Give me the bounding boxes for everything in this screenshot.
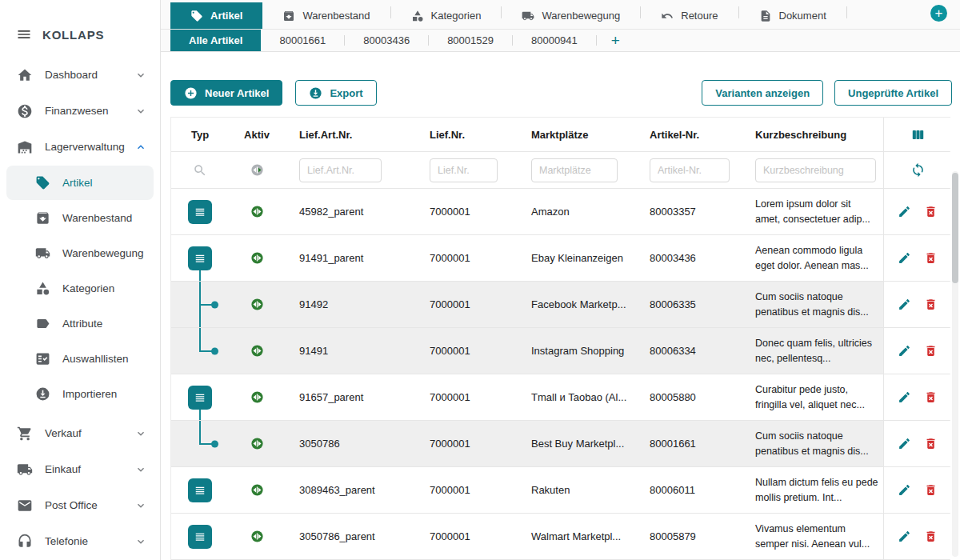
sidebar-item-einkauf[interactable]: Einkauf <box>0 451 160 487</box>
marktplatz-value: Rakuten <box>517 467 635 513</box>
edit-icon[interactable] <box>898 205 911 218</box>
sidebar-item-importieren[interactable]: Importieren <box>6 377 154 411</box>
filter-kurzbeschreibung-input[interactable] <box>755 158 876 182</box>
edit-icon[interactable] <box>898 437 911 450</box>
table-row-child[interactable]: 91491 7000001 Instagram Shopping 8000633… <box>171 328 950 374</box>
subtab-80003436[interactable]: 80003436 <box>345 30 428 51</box>
edit-icon[interactable] <box>898 298 911 311</box>
column-header-kurzbeschreibung[interactable]: Kurzbeschreibung <box>741 118 883 151</box>
edit-icon[interactable] <box>898 344 911 358</box>
sidebar-item-finanzwesen[interactable]: Finanzwesen <box>0 93 160 129</box>
cart-icon <box>17 426 33 442</box>
sidebar-item-auswahllisten[interactable]: Auswahllisten <box>6 342 154 376</box>
lief-art-nr-value: 45982_parent <box>285 189 415 234</box>
lief-art-nr-value: 3050786_parent <box>285 514 415 559</box>
sidebar-item-lagerverwaltung[interactable]: Lagerverwaltung <box>0 129 160 165</box>
truck-icon <box>35 246 50 261</box>
column-header-lief-art-nr[interactable]: Lief.Art.Nr. <box>285 118 415 151</box>
filter-lief-art-nr-input[interactable] <box>299 158 382 182</box>
sidebar-item-artikel[interactable]: Artikel <box>6 166 154 200</box>
marktplatz-value: Walmart Marketpl... <box>517 514 635 559</box>
column-settings-icon[interactable] <box>883 118 951 151</box>
checklist-icon <box>35 351 50 366</box>
delete-icon[interactable] <box>924 298 938 311</box>
edit-icon[interactable] <box>898 530 911 543</box>
column-header-typ[interactable]: Typ <box>171 118 229 151</box>
table-row-child[interactable]: 91492 7000001 Facebook Marketp... 800063… <box>171 282 950 328</box>
delete-icon[interactable] <box>924 390 938 404</box>
hamburger-menu-icon[interactable] <box>16 26 32 42</box>
app-title: KOLLAPS <box>42 28 104 42</box>
unchecked-articles-button[interactable]: Ungeprüfte Artikel <box>834 80 952 106</box>
tab-kategorien[interactable]: Kategorien <box>391 2 502 29</box>
delete-icon[interactable] <box>924 437 938 450</box>
delete-icon[interactable] <box>924 205 938 218</box>
show-variants-button[interactable]: Varianten anzeigen <box>702 80 823 106</box>
mail-icon <box>17 498 33 514</box>
tab-warenbewegung[interactable]: Warenbewegung <box>502 2 640 29</box>
home-icon <box>17 67 33 83</box>
sidebar-item-warenbewegung[interactable]: Warenbewegung <box>6 236 154 270</box>
parent-article-list-icon[interactable] <box>188 200 212 224</box>
parent-article-list-icon[interactable] <box>188 478 212 502</box>
lief-nr-value: 7000001 <box>415 235 517 281</box>
table-row[interactable]: 91491_parent 7000001 Ebay Kleinanzeigen … <box>171 235 950 282</box>
delete-icon[interactable] <box>924 530 938 543</box>
filter-lief-nr-input[interactable] <box>430 158 498 182</box>
refresh-icon[interactable] <box>883 152 951 188</box>
export-button[interactable]: Export <box>295 80 376 106</box>
column-header-marktplaetze[interactable]: Marktplätze <box>517 118 635 151</box>
parent-article-list-icon[interactable] <box>188 386 212 410</box>
active-status-icon <box>229 282 285 327</box>
plus-icon: + <box>935 6 943 20</box>
sidebar-item-telefonie[interactable]: Telefonie <box>0 523 160 559</box>
tree-connector <box>199 328 201 351</box>
filter-marktplaetze-input[interactable] <box>531 158 618 182</box>
sidebar-item-attribute[interactable]: Attribute <box>6 306 154 341</box>
edit-icon[interactable] <box>898 251 911 265</box>
delete-icon[interactable] <box>924 251 938 265</box>
filter-artikel-nr-input[interactable] <box>650 158 730 182</box>
edit-icon[interactable] <box>898 390 911 404</box>
kurzbeschreibung-value: Curabitur pede justo, fringilla vel, ali… <box>741 374 883 420</box>
column-header-lief-nr[interactable]: Lief.Nr. <box>415 118 517 151</box>
table-row[interactable]: 45982_parent 7000001 Amazon 80003357 Lor… <box>171 189 950 235</box>
active-filter-toggle[interactable] <box>229 152 285 188</box>
scrollbar-thumb[interactable] <box>952 173 958 283</box>
subtab-80000941[interactable]: 80000941 <box>513 30 596 51</box>
edit-icon[interactable] <box>898 483 911 497</box>
chevron-down-icon <box>134 69 147 82</box>
delete-icon[interactable] <box>924 483 938 497</box>
artikel-nr-value: 80006335 <box>635 282 741 327</box>
sidebar-item-warenbestand[interactable]: Warenbestand <box>6 201 154 235</box>
table-row[interactable]: 91657_parent 7000001 Tmall и Taobao (Al.… <box>171 374 950 421</box>
sidebar-item-verkauf[interactable]: Verkauf <box>0 415 160 451</box>
sidebar-item-kategorien[interactable]: Kategorien <box>6 271 154 306</box>
kurzbeschreibung-value: Vivamus elementum semper nisi. Aenean vu… <box>741 514 883 559</box>
artikel-nr-value: 80003436 <box>635 235 741 281</box>
new-article-button[interactable]: Neuer Artikel <box>170 80 282 106</box>
typ-cell <box>171 235 229 281</box>
parent-article-list-icon[interactable] <box>188 246 212 270</box>
tag-icon <box>190 10 203 22</box>
table-row-child[interactable]: 3050786 7000001 Best Buy Marketpl... 800… <box>171 421 950 467</box>
table-row[interactable]: 3050786_parent 7000001 Walmart Marketpl.… <box>171 514 950 560</box>
tab-retoure[interactable]: Retoure <box>641 2 738 29</box>
sidebar-item-post-office[interactable]: Post Office <box>0 487 160 523</box>
column-header-aktiv[interactable]: Aktiv <box>229 118 285 151</box>
subtab-alle-artikel[interactable]: Alle Artikel <box>170 30 261 51</box>
sidebar-item-dashboard[interactable]: Dashboard <box>0 57 160 93</box>
tab-warenbestand[interactable]: Warenbestand <box>262 2 390 29</box>
add-article-tab-button[interactable]: + <box>597 30 634 51</box>
subtab-80001529[interactable]: 80001529 <box>429 30 512 51</box>
add-tab-button[interactable]: + <box>930 5 947 22</box>
tab-dokument[interactable]: Dokument <box>739 2 846 29</box>
table-row[interactable]: 3089463_parent 7000001 Rakuten 80006011 … <box>171 467 950 514</box>
headset-icon <box>17 534 33 550</box>
subtab-80001661[interactable]: 80001661 <box>261 30 344 51</box>
parent-article-list-icon[interactable] <box>188 525 212 549</box>
delete-icon[interactable] <box>924 344 938 358</box>
tab-artikel[interactable]: Artikel <box>170 2 262 29</box>
column-header-artikel-nr[interactable]: Artikel-Nr. <box>635 118 741 151</box>
kurzbeschreibung-value: Lorem ipsum dolor sit amet, consectetuer… <box>741 189 883 234</box>
